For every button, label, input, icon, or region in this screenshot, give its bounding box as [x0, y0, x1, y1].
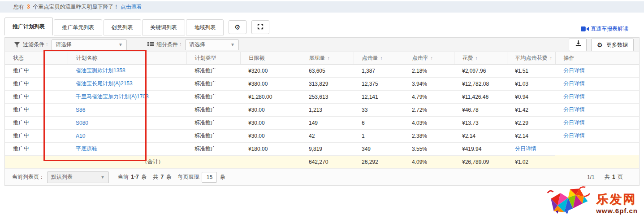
page-total-prefix: 共: [605, 174, 610, 180]
bull-logo: [546, 186, 594, 214]
col-daily-limit: 日限额: [240, 52, 301, 64]
total-ctr: 4.09%: [404, 155, 454, 168]
plan-name-link[interactable]: 省油宝长尾计划(A)2153: [76, 80, 133, 87]
sort-up-icon: ↑: [431, 55, 433, 61]
plan-name-link[interactable]: 省油宝测款计划1358: [76, 67, 125, 74]
col-impressions-sort[interactable]: 展现量↑: [301, 52, 354, 64]
more-data-button[interactable]: ⚙ 更多数据: [591, 39, 634, 51]
download-icon: [575, 40, 582, 47]
report-interpretation-link[interactable]: 直通车报表解读: [591, 26, 628, 32]
download-button[interactable]: [569, 39, 587, 51]
gear-icon: ⚙: [234, 23, 240, 31]
flag-cell: [50, 103, 68, 116]
ctr-cell: 3.94%: [404, 77, 454, 90]
tab-keyword-list[interactable]: 关键词列表: [142, 19, 185, 35]
unit-label: 条: [166, 174, 171, 180]
status-cell: 推广中: [5, 90, 50, 103]
notification-text: 个重点宝贝的流量昨天明显下降了！: [33, 4, 119, 10]
cost-cell: ¥419.94: [454, 142, 507, 155]
plan-name-link[interactable]: 平底凉鞋: [76, 145, 97, 152]
clicks-cell: 12,141: [354, 90, 404, 103]
chevron-down-icon: ▼: [230, 42, 235, 47]
total-label: 共: [153, 174, 158, 180]
daily-limit-cell: ¥30.00: [240, 129, 301, 142]
col-cost-sort[interactable]: 花费↑: [454, 52, 507, 64]
impressions-cell: 42: [301, 129, 354, 142]
col-ctr-sort[interactable]: 点击率↑: [404, 52, 454, 64]
notification-count: 3: [26, 4, 31, 10]
table-row: 推广中 S86 标准推广 ¥30.00 1,213 33 2.72% ¥46.7…: [5, 103, 639, 116]
status-cell: 推广中: [5, 129, 50, 142]
sort-up-icon: ↑: [328, 55, 330, 61]
daily-detail-link[interactable]: 分日详情: [563, 106, 585, 113]
col-status: 状态: [5, 52, 50, 64]
segment-list-icon: [147, 42, 154, 48]
flag-cell: [50, 142, 68, 155]
cost-cell: ¥2.14: [454, 129, 507, 142]
plan-name-link[interactable]: A10: [76, 133, 85, 139]
status-cell: 推广中: [5, 116, 50, 129]
col-label: 点击率: [412, 55, 428, 61]
col-clicks-sort[interactable]: 点击量↑: [354, 52, 404, 64]
daily-detail-link[interactable]: 分日详情: [563, 132, 585, 139]
sort-up-icon: ↑: [550, 55, 553, 61]
total-clicks: 26,292: [354, 155, 404, 168]
total-avg-cost: ¥1.02: [507, 155, 555, 168]
page-indicator: 1/1: [587, 174, 595, 180]
col-name: 计划名称: [68, 52, 186, 64]
notification-bar: 您有 3 个重点宝贝的流量昨天明显下降了！ 点击查看: [0, 1, 644, 13]
tab-unit-list[interactable]: 推广单元列表: [54, 19, 102, 35]
fullscreen-button[interactable]: [251, 20, 269, 34]
unit-label: 条: [220, 173, 225, 181]
daily-detail-link[interactable]: 分日详情: [563, 80, 585, 87]
impressions-cell: 1,213: [301, 103, 354, 116]
impressions-cell: 9,819: [301, 142, 354, 155]
chevron-down-icon: ▼: [118, 42, 123, 47]
segment-select[interactable]: 请选择 ▼: [185, 39, 239, 50]
clicks-cell: 33: [354, 103, 404, 116]
col-action: 操作: [555, 52, 639, 64]
unit-label: 条: [141, 174, 147, 180]
current-label: 当前: [118, 174, 129, 180]
type-cell: 标准推广: [186, 129, 240, 142]
table-row: 推广中 省油宝长尾计划(A)2153 标准推广 ¥380.00 313,829 …: [5, 77, 639, 90]
total-impressions: 642,270: [301, 155, 354, 168]
daily-limit-cell: ¥320.00: [240, 64, 301, 77]
filter-bar: 过滤条件： 请选择 ▼ 细分条件： 请选择 ▼ ⚙ 更多数据: [5, 38, 639, 52]
plan-name-link[interactable]: 千里马省油宝加力计划(A)1703: [76, 93, 149, 100]
filter-label: 过滤条件：: [23, 41, 50, 48]
list-select[interactable]: 默认列表 ▼: [47, 171, 109, 183]
ctr-cell: 3.55%: [404, 142, 454, 155]
type-cell: 标准推广: [186, 103, 240, 116]
site-url: www.6pf.cn: [596, 207, 638, 214]
ctr-cell: 2.38%: [404, 129, 454, 142]
flag-cell: [50, 129, 68, 142]
table-row: 推广中 A10 标准推广 ¥30.00 42 1 2.38% ¥2.14 ¥2.…: [5, 129, 639, 142]
tab-region-list[interactable]: 地域列表: [186, 19, 224, 35]
segment-label: 细分条件：: [156, 41, 183, 48]
current-range: 1-7: [130, 174, 139, 180]
daily-detail-link[interactable]: 分日详情: [563, 93, 585, 100]
plan-name-link[interactable]: S080: [76, 120, 88, 126]
plan-name-link[interactable]: S86: [76, 107, 85, 113]
tab-creative-list[interactable]: 创意列表: [104, 19, 141, 35]
clicks-cell: 6: [354, 116, 404, 129]
per-page-input[interactable]: [202, 172, 217, 183]
tab-plan-list[interactable]: 推广计划列表: [4, 18, 53, 35]
daily-detail-link[interactable]: 分日详情: [563, 67, 585, 74]
ctr-cell: 2.72%: [404, 103, 454, 116]
settings-button[interactable]: ⚙: [229, 20, 246, 34]
total-cost: ¥26,789.09: [454, 155, 507, 168]
notification-view-link[interactable]: 点击查看: [121, 4, 142, 10]
col-type: 计划类型: [186, 52, 240, 64]
flag-cell: [50, 90, 68, 103]
daily-detail-link[interactable]: 分日详情: [515, 145, 536, 152]
col-avg-cost-sort[interactable]: 平均点击花费↑: [507, 52, 555, 64]
tab-label: 地域列表: [194, 24, 216, 31]
filter-select[interactable]: 请选择 ▼: [52, 39, 127, 50]
daily-detail-link[interactable]: 分日详情: [563, 119, 585, 126]
cost-cell: ¥11,426.46: [454, 90, 507, 103]
site-name: 乐发网: [596, 193, 638, 206]
tab-label: 关键词列表: [150, 24, 177, 31]
avg-cost-cell: ¥1.03: [507, 77, 555, 90]
